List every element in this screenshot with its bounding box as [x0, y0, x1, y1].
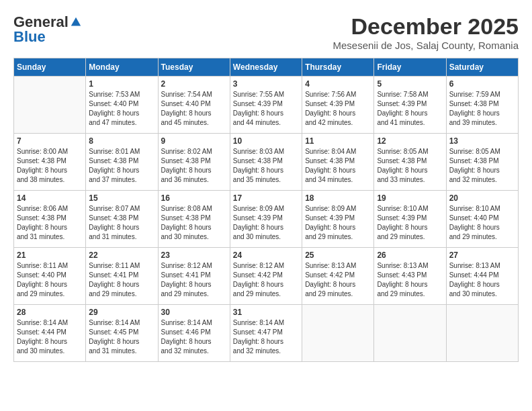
day-number: 21 [17, 250, 83, 260]
day-number: 16 [161, 193, 227, 203]
logo-blue: Blue [13, 28, 46, 46]
calendar-cell: 20Sunrise: 8:10 AM Sunset: 4:40 PM Dayli… [446, 191, 518, 248]
calendar-cell: 5Sunrise: 7:58 AM Sunset: 4:39 PM Daylig… [374, 77, 446, 134]
day-info: Sunrise: 8:01 AM Sunset: 4:38 PM Dayligh… [89, 147, 154, 185]
calendar-cell: 18Sunrise: 8:09 AM Sunset: 4:39 PM Dayli… [302, 191, 374, 248]
calendar-header-tuesday: Tuesday [158, 58, 230, 77]
day-number: 11 [305, 136, 371, 146]
page-header: General Blue December 2025 Mesesenii de … [13, 13, 519, 51]
calendar-cell: 13Sunrise: 8:05 AM Sunset: 4:38 PM Dayli… [446, 134, 518, 191]
calendar-cell: 8Sunrise: 8:01 AM Sunset: 4:38 PM Daylig… [86, 134, 158, 191]
day-info: Sunrise: 8:13 AM Sunset: 4:43 PM Dayligh… [377, 261, 443, 299]
calendar-cell [14, 77, 86, 134]
day-info: Sunrise: 8:11 AM Sunset: 4:41 PM Dayligh… [89, 261, 154, 299]
calendar-cell [302, 305, 374, 362]
calendar-cell: 1Sunrise: 7:53 AM Sunset: 4:40 PM Daylig… [86, 77, 158, 134]
title-section: December 2025 Mesesenii de Jos, Salaj Co… [332, 13, 519, 51]
day-number: 4 [305, 79, 371, 89]
calendar-header-monday: Monday [86, 58, 158, 77]
day-info: Sunrise: 8:11 AM Sunset: 4:40 PM Dayligh… [17, 261, 83, 299]
day-number: 5 [377, 79, 443, 89]
calendar-week-row: 28Sunrise: 8:14 AM Sunset: 4:44 PM Dayli… [14, 305, 519, 362]
calendar-cell: 3Sunrise: 7:55 AM Sunset: 4:39 PM Daylig… [230, 77, 302, 134]
day-number: 31 [233, 308, 299, 317]
calendar-cell: 28Sunrise: 8:14 AM Sunset: 4:44 PM Dayli… [14, 305, 86, 362]
calendar-cell: 15Sunrise: 8:07 AM Sunset: 4:38 PM Dayli… [86, 191, 158, 248]
calendar-week-row: 1Sunrise: 7:53 AM Sunset: 4:40 PM Daylig… [14, 77, 519, 134]
calendar-cell: 29Sunrise: 8:14 AM Sunset: 4:45 PM Dayli… [86, 305, 158, 362]
day-info: Sunrise: 8:14 AM Sunset: 4:47 PM Dayligh… [233, 318, 299, 356]
calendar-cell: 12Sunrise: 8:05 AM Sunset: 4:38 PM Dayli… [374, 134, 446, 191]
day-number: 18 [305, 193, 371, 203]
day-number: 19 [377, 193, 443, 203]
day-info: Sunrise: 8:14 AM Sunset: 4:45 PM Dayligh… [89, 318, 154, 356]
day-number: 24 [233, 250, 299, 260]
calendar-cell: 25Sunrise: 8:13 AM Sunset: 4:42 PM Dayli… [302, 248, 374, 305]
day-info: Sunrise: 8:09 AM Sunset: 4:39 PM Dayligh… [305, 204, 371, 242]
calendar-cell: 7Sunrise: 8:00 AM Sunset: 4:38 PM Daylig… [14, 134, 86, 191]
calendar-table: SundayMondayTuesdayWednesdayThursdayFrid… [13, 58, 519, 362]
location: Mesesenii de Jos, Salaj County, Romania [332, 40, 519, 51]
day-number: 1 [89, 79, 154, 89]
day-number: 8 [89, 136, 154, 146]
calendar-cell: 2Sunrise: 7:54 AM Sunset: 4:40 PM Daylig… [158, 77, 230, 134]
day-info: Sunrise: 8:13 AM Sunset: 4:42 PM Dayligh… [305, 261, 371, 299]
day-info: Sunrise: 8:12 AM Sunset: 4:42 PM Dayligh… [233, 261, 299, 299]
day-number: 23 [161, 250, 227, 260]
day-info: Sunrise: 7:59 AM Sunset: 4:38 PM Dayligh… [449, 90, 515, 128]
calendar-cell: 17Sunrise: 8:09 AM Sunset: 4:39 PM Dayli… [230, 191, 302, 248]
logo-icon [70, 16, 82, 28]
calendar-cell: 24Sunrise: 8:12 AM Sunset: 4:42 PM Dayli… [230, 248, 302, 305]
day-info: Sunrise: 8:13 AM Sunset: 4:44 PM Dayligh… [449, 261, 515, 299]
day-info: Sunrise: 8:14 AM Sunset: 4:44 PM Dayligh… [17, 318, 83, 356]
calendar-cell: 10Sunrise: 8:03 AM Sunset: 4:38 PM Dayli… [230, 134, 302, 191]
calendar-cell: 14Sunrise: 8:06 AM Sunset: 4:38 PM Dayli… [14, 191, 86, 248]
day-number: 17 [233, 193, 299, 203]
day-info: Sunrise: 8:05 AM Sunset: 4:38 PM Dayligh… [377, 147, 443, 185]
day-number: 25 [305, 250, 371, 260]
day-number: 22 [89, 250, 154, 260]
day-number: 7 [17, 136, 83, 146]
day-number: 14 [17, 193, 83, 203]
calendar-cell: 19Sunrise: 8:10 AM Sunset: 4:39 PM Dayli… [374, 191, 446, 248]
day-info: Sunrise: 7:56 AM Sunset: 4:39 PM Dayligh… [305, 90, 371, 128]
day-info: Sunrise: 8:14 AM Sunset: 4:46 PM Dayligh… [161, 318, 227, 356]
day-number: 26 [377, 250, 443, 260]
day-number: 28 [17, 308, 83, 317]
day-info: Sunrise: 7:58 AM Sunset: 4:39 PM Dayligh… [377, 90, 443, 128]
calendar-header-row: SundayMondayTuesdayWednesdayThursdayFrid… [14, 58, 519, 77]
day-number: 3 [233, 79, 299, 89]
calendar-cell: 27Sunrise: 8:13 AM Sunset: 4:44 PM Dayli… [446, 248, 518, 305]
day-info: Sunrise: 8:05 AM Sunset: 4:38 PM Dayligh… [449, 147, 515, 185]
day-number: 15 [89, 193, 154, 203]
calendar-cell: 31Sunrise: 8:14 AM Sunset: 4:47 PM Dayli… [230, 305, 302, 362]
day-info: Sunrise: 7:53 AM Sunset: 4:40 PM Dayligh… [89, 90, 154, 128]
day-number: 20 [449, 193, 515, 203]
day-number: 27 [449, 250, 515, 260]
calendar-header-sunday: Sunday [14, 58, 86, 77]
day-number: 10 [233, 136, 299, 146]
day-info: Sunrise: 8:00 AM Sunset: 4:38 PM Dayligh… [17, 147, 83, 185]
calendar-week-row: 21Sunrise: 8:11 AM Sunset: 4:40 PM Dayli… [14, 248, 519, 305]
day-info: Sunrise: 7:55 AM Sunset: 4:39 PM Dayligh… [233, 90, 299, 128]
calendar-header-friday: Friday [374, 58, 446, 77]
calendar-cell: 4Sunrise: 7:56 AM Sunset: 4:39 PM Daylig… [302, 77, 374, 134]
calendar-header-wednesday: Wednesday [230, 58, 302, 77]
calendar-week-row: 7Sunrise: 8:00 AM Sunset: 4:38 PM Daylig… [14, 134, 519, 191]
day-number: 30 [161, 308, 227, 317]
calendar-header-saturday: Saturday [446, 58, 518, 77]
calendar-cell: 26Sunrise: 8:13 AM Sunset: 4:43 PM Dayli… [374, 248, 446, 305]
day-info: Sunrise: 8:08 AM Sunset: 4:38 PM Dayligh… [161, 204, 227, 242]
day-number: 12 [377, 136, 443, 146]
day-info: Sunrise: 8:04 AM Sunset: 4:38 PM Dayligh… [305, 147, 371, 185]
day-info: Sunrise: 8:10 AM Sunset: 4:39 PM Dayligh… [377, 204, 443, 242]
day-info: Sunrise: 8:03 AM Sunset: 4:38 PM Dayligh… [233, 147, 299, 185]
calendar-cell: 22Sunrise: 8:11 AM Sunset: 4:41 PM Dayli… [86, 248, 158, 305]
day-number: 2 [161, 79, 227, 89]
day-number: 9 [161, 136, 227, 146]
calendar-cell: 30Sunrise: 8:14 AM Sunset: 4:46 PM Dayli… [158, 305, 230, 362]
calendar-cell [374, 305, 446, 362]
calendar-cell: 6Sunrise: 7:59 AM Sunset: 4:38 PM Daylig… [446, 77, 518, 134]
day-number: 13 [449, 136, 515, 146]
day-info: Sunrise: 8:12 AM Sunset: 4:41 PM Dayligh… [161, 261, 227, 299]
